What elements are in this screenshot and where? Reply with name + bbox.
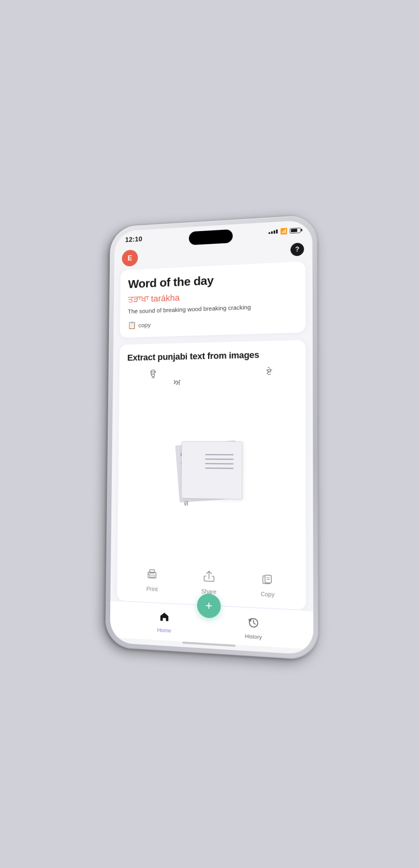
nav-history[interactable]: History xyxy=(245,616,262,640)
signal-dot-4 xyxy=(276,229,277,234)
copy-label: Copy xyxy=(261,590,275,598)
copy-small-label: copy xyxy=(138,321,151,328)
nav-home[interactable]: Home xyxy=(157,610,171,634)
book-line-3 xyxy=(205,463,233,465)
home-label: Home xyxy=(157,627,171,634)
avatar[interactable]: E xyxy=(122,249,138,267)
copy-icon xyxy=(261,572,274,589)
signal-dots-icon xyxy=(268,229,277,234)
wifi-icon: 📶 xyxy=(280,228,287,235)
main-content: Word of the day ਤੜਾਖਾ tarákha The sound … xyxy=(110,260,313,610)
punjabi-char-a: ਅ xyxy=(173,378,180,387)
signal-dot-2 xyxy=(271,231,273,234)
book-line-4 xyxy=(205,467,233,469)
word-copy-button[interactable]: 📋 copy xyxy=(127,315,297,329)
history-icon xyxy=(247,617,259,632)
history-label: History xyxy=(245,633,262,640)
print-label: Print xyxy=(146,585,157,592)
word-of-day-title: Word of the day xyxy=(128,270,297,291)
signal-dot-3 xyxy=(273,230,275,234)
dynamic-island xyxy=(188,229,233,245)
battery-icon xyxy=(290,227,301,233)
punjabi-char-e: ਏ xyxy=(266,367,271,377)
punjabi-char-u: ਉ xyxy=(150,369,156,379)
share-icon xyxy=(202,569,215,586)
phone-screen: 12:10 📶 E ? xyxy=(110,220,313,655)
book-line-2 xyxy=(205,458,233,460)
book-lines xyxy=(205,454,233,472)
battery-fill xyxy=(290,229,297,232)
book-illustration: ਦ ਲ ਟ ਰ ਸ ਜ xyxy=(169,435,250,501)
help-button[interactable]: ? xyxy=(290,243,304,256)
extract-visual: ਉ ਏ ਅ ਦ ਲ ਟ ਰ xyxy=(125,367,297,563)
fab-button[interactable]: + xyxy=(197,593,220,619)
extract-card: Extract punjabi text from images ਉ ਏ ਅ xyxy=(116,339,306,610)
signal-dot-1 xyxy=(268,232,270,234)
book-page-main xyxy=(181,441,242,499)
phone-wrapper: 12:10 📶 E ? xyxy=(104,218,316,650)
print-button[interactable]: Print xyxy=(146,567,159,593)
status-time: 12:10 xyxy=(125,235,142,244)
print-icon xyxy=(146,567,158,583)
svg-rect-2 xyxy=(150,575,155,577)
word-of-day-card: Word of the day ਤੜਾਖਾ tarákha The sound … xyxy=(119,261,306,338)
status-icons: 📶 xyxy=(268,227,300,235)
char-ja: ਜ xyxy=(184,500,188,508)
svg-rect-4 xyxy=(265,575,271,583)
book-line-1 xyxy=(205,454,233,455)
extract-title: Extract punjabi text from images xyxy=(127,348,297,364)
share-button[interactable]: Share xyxy=(201,569,217,595)
svg-point-3 xyxy=(149,574,150,575)
copy-small-icon: 📋 xyxy=(127,321,136,330)
home-icon xyxy=(158,610,170,625)
copy-button[interactable]: Copy xyxy=(261,572,275,598)
phone-outer: 12:10 📶 E ? xyxy=(105,214,318,661)
